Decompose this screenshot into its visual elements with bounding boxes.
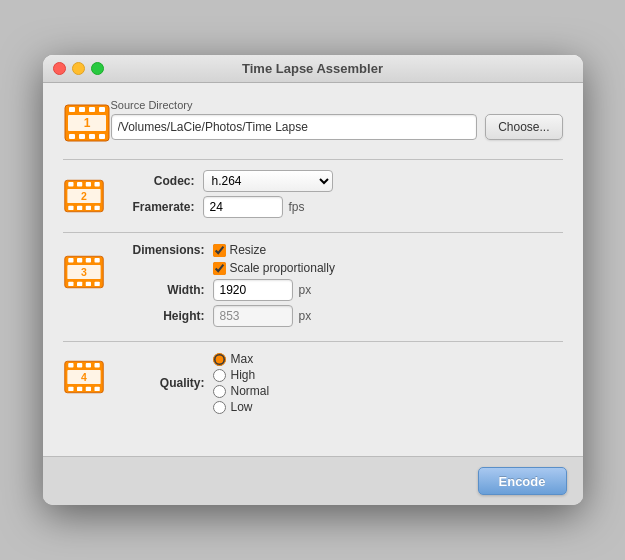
svg-rect-8 (89, 134, 95, 139)
svg-rect-14 (68, 182, 73, 186)
quality-normal-radio[interactable] (213, 385, 226, 398)
encode-button[interactable]: Encode (478, 467, 567, 495)
svg-rect-44 (85, 387, 90, 391)
svg-rect-38 (68, 363, 73, 367)
svg-rect-17 (94, 182, 99, 186)
source-section: 1 Source Directory Choose... (63, 99, 563, 147)
svg-rect-27 (77, 258, 82, 262)
dimensions-header-row: Dimensions: Resize (115, 243, 563, 257)
quality-options: Quality: Max High Normal (115, 352, 563, 418)
content-area: 1 Source Directory Choose... (43, 83, 583, 448)
codec-framerate-fields: Codec: h.264 MPEG-4 ProRes 422 Animation… (105, 170, 563, 222)
quality-normal-label: Normal (231, 384, 270, 398)
codec-select[interactable]: h.264 MPEG-4 ProRes 422 Animation (203, 170, 333, 192)
svg-rect-41 (94, 363, 99, 367)
svg-rect-19 (77, 206, 82, 210)
scale-checkbox-row: Scale proportionally (115, 261, 563, 275)
scale-checkbox-block: Scale proportionally (213, 261, 335, 275)
width-input[interactable] (213, 279, 293, 301)
codec-section: 2 Codec: h.264 MPEG-4 ProRes 422 Animati… (63, 170, 563, 222)
dimensions-fields: Dimensions: Resize Scale proportionally … (115, 243, 563, 331)
main-window: Time Lapse Assembler (43, 55, 583, 505)
quality-max-radio[interactable] (213, 353, 226, 366)
svg-rect-4 (89, 107, 95, 112)
source-path-row: Choose... (111, 114, 563, 140)
quality-header-row: Quality: Max High Normal (115, 352, 563, 414)
quality-max-row: Max (213, 352, 270, 366)
source-directory-block: Source Directory Choose... (111, 99, 563, 140)
quality-low-radio[interactable] (213, 401, 226, 414)
framerate-label: Framerate: (105, 200, 195, 214)
svg-rect-42 (68, 387, 73, 391)
svg-rect-9 (99, 134, 105, 139)
svg-rect-32 (85, 282, 90, 286)
svg-rect-33 (94, 282, 99, 286)
maximize-button[interactable] (91, 62, 104, 75)
quality-normal-row: Normal (213, 384, 270, 398)
quality-label: Quality: (115, 376, 205, 390)
framerate-row: Framerate: fps (105, 196, 563, 218)
svg-rect-16 (85, 182, 90, 186)
fps-unit: fps (289, 200, 305, 214)
quality-high-radio[interactable] (213, 369, 226, 382)
bottom-bar: Encode (43, 456, 583, 505)
titlebar: Time Lapse Assembler (43, 55, 583, 83)
source-directory-label: Source Directory (111, 99, 563, 111)
svg-rect-39 (77, 363, 82, 367)
svg-rect-21 (94, 206, 99, 210)
window-title: Time Lapse Assembler (242, 61, 383, 76)
svg-text:1: 1 (83, 116, 90, 130)
framerate-input[interactable] (203, 196, 283, 218)
svg-rect-6 (69, 134, 75, 139)
quality-low-label: Low (231, 400, 253, 414)
svg-rect-40 (85, 363, 90, 367)
svg-rect-18 (68, 206, 73, 210)
codec-label: Codec: (105, 174, 195, 188)
resize-label: Resize (230, 243, 267, 257)
step3-icon: 3 (63, 251, 105, 293)
width-unit: px (299, 283, 312, 297)
svg-rect-15 (77, 182, 82, 186)
quality-high-label: High (231, 368, 256, 382)
quality-radio-group: Max High Normal Low (213, 352, 270, 414)
height-label: Height: (115, 309, 205, 323)
divider-2 (63, 232, 563, 233)
svg-rect-45 (94, 387, 99, 391)
divider-1 (63, 159, 563, 160)
scale-checkbox[interactable] (213, 262, 226, 275)
choose-button[interactable]: Choose... (485, 114, 562, 140)
width-row: Width: px (115, 279, 563, 301)
close-button[interactable] (53, 62, 66, 75)
dimensions-label: Dimensions: (115, 243, 205, 257)
svg-rect-28 (85, 258, 90, 262)
source-path-input[interactable] (111, 114, 478, 140)
quality-low-row: Low (213, 400, 270, 414)
svg-rect-43 (77, 387, 82, 391)
dimensions-section: 3 Dimensions: Resize Scale proportionall… (63, 243, 563, 331)
resize-checkbox[interactable] (213, 244, 226, 257)
step4-icon: 4 (63, 356, 105, 398)
svg-rect-3 (79, 107, 85, 112)
svg-rect-30 (68, 282, 73, 286)
svg-rect-31 (77, 282, 82, 286)
height-input[interactable] (213, 305, 293, 327)
width-label: Width: (115, 283, 205, 297)
scale-label: Scale proportionally (230, 261, 335, 275)
svg-text:2: 2 (81, 190, 87, 202)
traffic-lights (53, 62, 104, 75)
svg-rect-7 (79, 134, 85, 139)
svg-rect-5 (99, 107, 105, 112)
quality-section: 4 Quality: Max High (63, 352, 563, 418)
svg-rect-20 (85, 206, 90, 210)
minimize-button[interactable] (72, 62, 85, 75)
quality-high-row: High (213, 368, 270, 382)
divider-3 (63, 341, 563, 342)
svg-text:3: 3 (81, 266, 87, 278)
svg-rect-29 (94, 258, 99, 262)
svg-text:4: 4 (81, 371, 87, 383)
height-row: Height: px (115, 305, 563, 327)
resize-checkbox-row: Resize (213, 243, 267, 257)
step1-icon: 1 (63, 99, 111, 147)
codec-row: Codec: h.264 MPEG-4 ProRes 422 Animation (105, 170, 563, 192)
svg-rect-2 (69, 107, 75, 112)
